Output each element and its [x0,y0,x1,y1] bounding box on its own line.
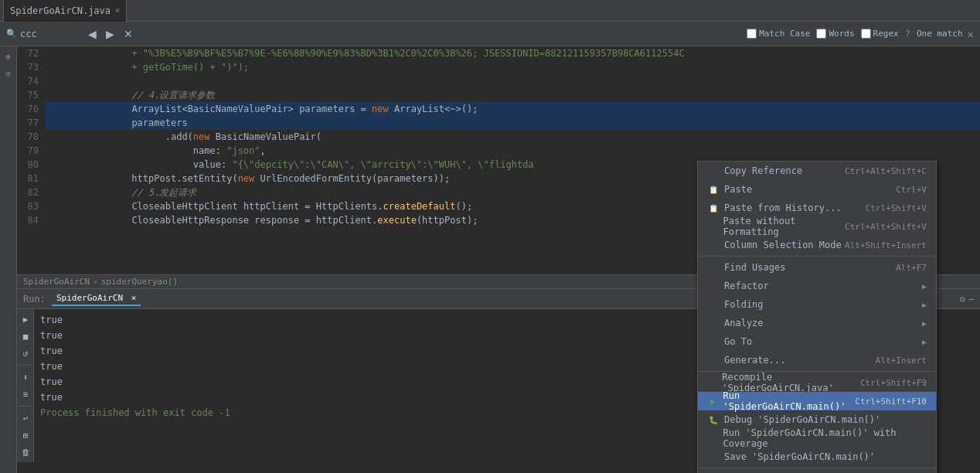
code-line-77: parameters [45,116,980,130]
run-trash-btn[interactable]: 🗑 [19,445,32,459]
sidebar-icon-2[interactable]: ⊖ [2,66,15,80]
menu-paste-history[interactable]: 📋 Paste from History... Ctrl+Shift+V [698,199,936,217]
refactor-arrow: ▶ [922,282,927,291]
menu-generate[interactable]: Generate... Alt+Insert [698,351,936,369]
paste-icon: 📋 [707,183,720,196]
folding-arrow: ▶ [922,301,927,309]
run-rerun-btn[interactable]: ↺ [19,346,32,360]
code-line-79: name: "json", [45,144,980,158]
editor-tab[interactable]: SpiderGoAirCN.java × [3,0,127,22]
left-sidebar: ⊕ ⊖ [0,46,17,473]
code-line-75: // 4.设置请求参数 [45,88,980,102]
search-icon: 🔍 [6,29,17,39]
main-layout: ⊕ ⊖ 72 73 74 75 76 77 78 79 80 81 82 83 … [0,46,980,473]
search-options: Match Case Words Regex ? One match [747,29,962,39]
match-case-option[interactable]: Match Case [747,29,810,39]
code-line-74 [45,74,980,88]
code-line-76: ArrayList<BasicNameValuePair> parameters… [45,102,980,116]
menu-sep-1 [698,256,936,257]
content-area: 72 73 74 75 76 77 78 79 80 81 82 83 84 +… [17,46,980,473]
menu-save-main[interactable]: Save 'SpiderGoAirCN.main()' [698,447,936,466]
goto-arrow: ▶ [922,338,927,346]
search-close-btn[interactable]: ✕ [968,28,974,40]
run-side-toolbar: ▶ ■ ↺ ⬇ ≡ ↩ ⊞ 🗑 [17,309,34,462]
debug-main-icon: 🐛 [707,413,720,426]
run-tab[interactable]: SpiderGoAirCN × [52,291,141,306]
words-option[interactable]: Words [816,29,854,39]
code-line-73: + getGoTime() + ")"); [45,60,980,74]
menu-copy-reference[interactable]: Copy Reference Ctrl+Alt+Shift+C [698,162,936,180]
run-wrap-btn[interactable]: ↩ [19,411,32,425]
generate-icon [707,354,720,366]
line-numbers: 72 73 74 75 76 77 78 79 80 81 82 83 84 [17,46,45,274]
words-checkbox[interactable] [816,29,826,39]
menu-recompile[interactable]: Recompile 'SpiderGoAirCN.java' Ctrl+Shif… [698,373,936,392]
paste-no-format-icon [707,220,719,233]
run-minimize-icon[interactable]: − [968,294,974,305]
code-line-78: .add(new BasicNameValuePair( [45,130,980,144]
code-line-72: + "%3B%E5%B9%BF%E5%B7%9E-%E6%88%90%E9%83… [45,46,980,60]
menu-paste[interactable]: 📋 Paste Ctrl+V [698,180,936,199]
help-icon[interactable]: ? [905,29,910,39]
regex-option[interactable]: Regex [861,29,899,39]
search-input[interactable] [20,29,82,39]
menu-paste-no-format[interactable]: Paste without Formatting Ctrl+Alt+Shift+… [698,217,936,236]
menu-folding[interactable]: Folding ▶ [698,295,936,314]
analyze-arrow: ▶ [922,319,927,328]
run-filter-btn[interactable]: ≡ [19,387,32,401]
menu-show-explorer[interactable]: Show in Explorer [698,470,936,473]
menu-refactor[interactable]: Refactor ▶ [698,277,936,295]
menu-goto[interactable]: Go To ▶ [698,332,936,351]
analyze-icon [707,317,720,329]
run-main-icon: ▶ [707,395,719,407]
run-scroll-end-btn[interactable]: ⬇ [19,370,32,384]
column-sel-icon [707,239,720,251]
folding-icon [707,298,720,311]
menu-analyze[interactable]: Analyze ▶ [698,314,936,332]
run-coverage-icon [707,432,719,444]
recompile-icon [707,376,717,389]
context-menu: Copy Reference Ctrl+Alt+Shift+C 📋 Paste … [697,161,937,473]
search-prev-btn[interactable]: ◀ [85,26,100,42]
search-bar: 🔍 ◀ ▶ ✕ Match Case Words Regex ? One mat… [0,22,980,46]
menu-debug-main[interactable]: 🐛 Debug 'SpiderGoAirCN.main()' [698,410,936,429]
search-left: 🔍 ◀ ▶ ✕ [6,26,742,42]
find-usages-icon [707,261,720,274]
sidebar-icon-1[interactable]: ⊕ [2,49,15,63]
save-main-icon [707,451,720,463]
goto-icon [707,335,720,348]
run-settings-icon[interactable]: ⚙ [960,294,965,305]
paste-history-icon: 📋 [707,202,720,214]
tab-bar: SpiderGoAirCN.java × [0,0,980,22]
run-stop-btn[interactable]: ■ [19,329,32,343]
breadcrumb-file: SpiderGoAirCN [23,277,90,287]
breadcrumb-method: spiderQueryao() [101,277,178,287]
run-tree-btn[interactable]: ⊞ [19,428,32,442]
search-clear-btn[interactable]: ✕ [121,26,136,42]
menu-run-coverage[interactable]: Run 'SpiderGoAirCN.main()' with Coverage [698,429,936,447]
run-label: Run: [23,294,46,305]
menu-find-usages[interactable]: Find Usages Alt+F7 [698,258,936,277]
regex-checkbox[interactable] [861,29,871,39]
match-case-checkbox[interactable] [747,29,757,39]
tab-close-btn[interactable]: × [115,6,120,15]
run-play-btn[interactable]: ▶ [19,312,32,326]
menu-sep-3 [698,468,936,468]
copy-ref-icon [707,165,720,177]
tab-label: SpiderGoAirCN.java [10,5,111,16]
menu-run-main[interactable]: ▶ Run 'SpiderGoAirCN.main()' Ctrl+Shift+… [698,392,936,410]
refactor-icon [707,280,720,292]
search-next-btn[interactable]: ▶ [103,26,117,42]
menu-column-selection[interactable]: Column Selection Mode Alt+Shift+Insert [698,236,936,254]
match-count: One match [917,29,963,39]
